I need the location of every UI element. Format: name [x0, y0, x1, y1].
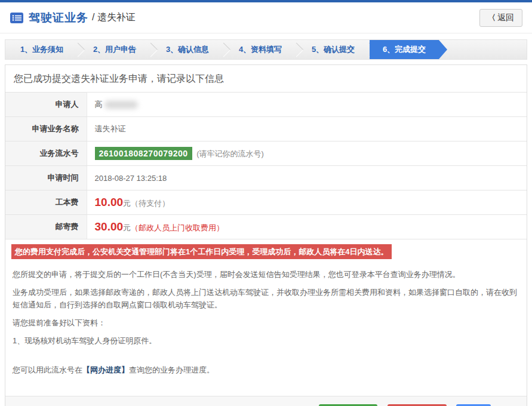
step-bar-filler	[447, 40, 527, 59]
service-name-value: 遗失补证	[87, 117, 527, 142]
note-delivery-options: 业务成功受理后，如果选择邮政寄递的，邮政人员将上门送达机动车驾驶证，并收取办理业…	[13, 286, 519, 311]
postage-fee-label: 邮寄费	[5, 215, 87, 239]
table-row-postage-fee: 邮寄费 30.00元（邮政人员上门收取费用）	[5, 215, 527, 239]
applicant-value: 高	[87, 93, 527, 117]
application-info-table: 申请人 高 申请业务名称 遗失补证 业务流水号 2610018082700792…	[5, 92, 527, 239]
step-3-confirm-info[interactable]: 3、确认信息	[151, 40, 224, 59]
chevron-left-icon: 〈	[488, 13, 496, 22]
note-acceptance: 您所提交的申请，将于提交后的一个工作日(不含当天)受理，届时会发送短信告知受理结…	[13, 268, 519, 281]
step-navigation: 1、业务须知 2、用户申告 3、确认信息 4、资料填写 5、确认提交 6、完成提…	[5, 39, 527, 60]
step-5-confirm-submit[interactable]: 5、确认提交	[297, 40, 370, 59]
service-name-label: 申请业务名称	[5, 117, 87, 142]
masked-name-blur	[104, 101, 138, 109]
table-row-applicant: 申请人 高	[5, 93, 527, 117]
table-row-serial-number: 业务流水号 261001808270079200 (请牢记你的流水号)	[5, 142, 527, 166]
postage-fee-note: （邮政人员上门收取费用）	[131, 223, 224, 232]
production-fee-value: 10.00元（待支付）	[87, 190, 527, 215]
step-6-complete-submit-active[interactable]: 6、完成提交	[370, 40, 447, 59]
online-progress-link[interactable]: 【网办进度】	[82, 365, 129, 374]
success-message: 您已成功提交遗失补证业务申请，请记录以下信息	[5, 65, 527, 92]
payment-deadline-alert: 您的费用支付完成后，公安机关交通管理部门将在1个工作日内受理，受理成功后，邮政人…	[11, 244, 392, 259]
note-progress-query: 您可以用此流水号在【网办进度】查询您的业务办理进度。	[13, 364, 519, 376]
list-card-icon	[10, 12, 24, 24]
serial-number-value: 261001808270079200 (请牢记你的流水号)	[87, 142, 527, 166]
postage-fee-value: 30.00元（邮政人员上门收取费用）	[87, 215, 527, 239]
step-1-business-notice[interactable]: 1、业务须知	[5, 40, 78, 59]
applicant-label: 申请人	[5, 93, 87, 117]
production-fee-note: （待支付）	[131, 199, 170, 208]
table-row-apply-time: 申请时间 2018-08-27 13:25:18	[5, 166, 527, 190]
page-header: 驾驶证业务 / 遗失补证 〈返回	[0, 2, 532, 33]
back-button-label: 返回	[497, 13, 514, 22]
step-4-fill-data[interactable]: 4、资料填写	[224, 40, 297, 59]
instructions-notes: 您所提交的申请，将于提交后的一个工作日(不含当天)受理，届时会发送短信告知受理结…	[5, 260, 527, 387]
breadcrumb-current: / 遗失补证	[92, 11, 136, 24]
serial-number-label: 业务流水号	[5, 142, 87, 166]
table-row-production-fee: 工本费 10.00元（待支付）	[5, 190, 527, 215]
step-2-user-declaration[interactable]: 2、用户申告	[78, 40, 151, 59]
apply-time-label: 申请时间	[5, 166, 87, 190]
result-panel: 您已成功提交遗失补证业务申请，请记录以下信息 申请人 高 申请业务名称 遗失补证…	[5, 64, 527, 406]
serial-number-badge: 261001808270079200	[95, 147, 192, 160]
apply-time-value: 2018-08-27 13:25:18	[87, 166, 527, 190]
table-row-service-name: 申请业务名称 遗失补证	[5, 117, 527, 142]
note-identity-document: 1、现场核对机动车驾驶人身份证明原件。	[13, 334, 519, 347]
note-spacer	[13, 352, 519, 358]
production-fee-amount: 10.00	[95, 196, 124, 208]
postage-fee-amount: 30.00	[95, 220, 124, 233]
production-fee-label: 工本费	[5, 190, 87, 215]
serial-number-note: (请牢记你的流水号)	[196, 149, 264, 158]
page-title: 驾驶证业务	[29, 10, 88, 26]
action-footer: ¥继续支付 ¥取消支付 返回	[5, 396, 527, 406]
note-prepare-materials: 请您提前准备好以下资料：	[13, 316, 519, 329]
back-button-top[interactable]: 〈返回	[479, 9, 522, 27]
